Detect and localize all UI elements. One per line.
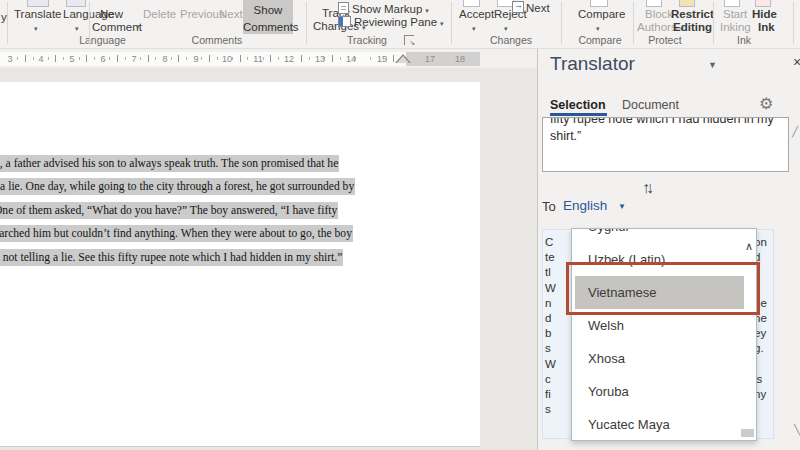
hide-ink-button[interactable]: Hide xyxy=(752,8,777,20)
pane-options-caret-icon[interactable]: ▼ xyxy=(708,60,717,70)
start-inking-button-line2[interactable]: Inking xyxy=(720,21,751,33)
fragment: s xyxy=(545,402,556,417)
new-comment-button[interactable]: New xyxy=(100,8,123,20)
document-line[interactable]: d, a father advised his son to always sp… xyxy=(0,155,339,172)
new-comment-caret-icon[interactable]: ▾ xyxy=(136,23,140,31)
document-line[interactable]: earched him but couldn’t find anything. … xyxy=(0,225,353,242)
group-label-tracking: Tracking xyxy=(337,34,397,46)
fragment: d xyxy=(545,311,556,326)
dropdown-scrollbar-thumb[interactable] xyxy=(741,429,754,437)
gear-icon[interactable]: ⚙ xyxy=(759,94,773,113)
accept-button[interactable]: Accept xyxy=(459,8,494,20)
show-comments-button[interactable]: Show Comments xyxy=(243,0,293,34)
document-page[interactable]: d, a father advised his son to always sp… xyxy=(0,82,480,447)
reviewing-pane-caret-icon: ▾ xyxy=(440,20,444,27)
show-markup-button[interactable]: Show Markup▾ xyxy=(352,3,429,15)
group-separator xyxy=(451,2,452,44)
translate-caret-icon[interactable]: ▾ xyxy=(34,25,38,33)
group-separator xyxy=(89,2,90,44)
compare-button[interactable]: Compare xyxy=(578,8,625,20)
ruler-number: 8 xyxy=(162,54,167,64)
accept-icon xyxy=(463,0,480,7)
ruler-number: 12 xyxy=(284,54,294,64)
accept-caret-icon[interactable]: ▾ xyxy=(472,25,476,33)
ruler-number: 13 xyxy=(315,54,325,64)
source-text-box[interactable]: fifty rupee note which I had hidden in m… xyxy=(542,117,789,172)
pane-close-icon[interactable]: × xyxy=(793,54,800,70)
ruler-number: 14 xyxy=(346,54,356,64)
reject-caret-icon[interactable]: ▾ xyxy=(504,25,508,33)
show-comments-label-line2: Comments xyxy=(243,21,293,34)
tracking-dialog-launcher[interactable]: ↘ xyxy=(404,35,414,45)
delete-comment-button[interactable]: Delete xyxy=(143,8,176,20)
group-separator xyxy=(793,2,794,44)
ribbon-review-tab: y Translate ▾ Language ▾ Language New Co… xyxy=(0,0,800,49)
hide-ink-icon xyxy=(755,0,771,7)
group-label-ink: Ink xyxy=(714,34,774,46)
compare-caret-icon[interactable]: ▾ xyxy=(596,25,600,33)
translate-icon xyxy=(27,0,49,7)
dropdown-item-yucatec-maya[interactable]: Yucatec Maya xyxy=(575,408,744,441)
pane-title: Translator xyxy=(550,53,635,75)
source-audio-icon[interactable]: ╱ xyxy=(792,126,798,137)
show-markup-caret-icon: ▾ xyxy=(425,7,429,14)
start-inking-button[interactable]: Start xyxy=(723,8,747,20)
ruler-number: 9 xyxy=(193,54,198,64)
restrict-editing-icon xyxy=(679,0,695,7)
document-line[interactable]: l a lie. One day, while going to the cit… xyxy=(0,178,355,195)
next-change-icon: → xyxy=(512,1,524,13)
pane-scrollbar-mark-icon: ╲ xyxy=(794,424,800,435)
show-comments-label-line1: Show xyxy=(243,4,293,17)
source-text-line1: fifty rupee note which I had hidden in m… xyxy=(550,117,781,128)
to-language-caret-icon[interactable]: ▼ xyxy=(618,202,626,211)
clipped-left-button-label: y xyxy=(1,11,7,23)
fragment: c xyxy=(545,372,556,387)
fragment: s xyxy=(545,341,556,356)
document-line[interactable]: n not telling a lie. See this fifty rupe… xyxy=(0,249,343,266)
active-tab-underline xyxy=(550,113,607,116)
dropdown-scroll-up-icon[interactable]: ∧ xyxy=(745,240,753,253)
translate-button[interactable]: Translate xyxy=(14,8,62,20)
dropdown-item-xhosa[interactable]: Xhosa xyxy=(575,342,744,375)
group-separator xyxy=(306,2,307,44)
tab-document[interactable]: Document xyxy=(622,98,679,112)
fragment: tl xyxy=(545,265,556,280)
source-text-line2: shirt.” xyxy=(550,128,781,145)
dropdown-item-uyghur[interactable]: Uyghur xyxy=(575,228,744,243)
fragment: fi xyxy=(545,387,556,402)
translation-text-fragments-left: C te tl W n d b s W c fi s xyxy=(545,235,556,417)
tab-selection[interactable]: Selection xyxy=(550,98,606,112)
to-label: To xyxy=(542,199,556,214)
next-change-button[interactable]: Next xyxy=(526,2,550,14)
restrict-editing-button[interactable]: Restrict xyxy=(671,8,714,20)
ruler-number: 6 xyxy=(100,54,105,64)
document-line[interactable]: One of them asked, “What do you have?” T… xyxy=(0,202,338,219)
launcher-arrow-icon: ↘ xyxy=(409,39,415,47)
new-comment-button-line2[interactable]: Comment xyxy=(92,21,142,33)
group-label-compare: Compare xyxy=(570,34,630,46)
ruler-number: 7 xyxy=(131,54,136,64)
hide-ink-button-line2[interactable]: Ink xyxy=(758,21,775,33)
swap-languages-icon[interactable]: ↑↓ xyxy=(642,179,650,197)
translator-pane: Translator ▼ × Selection Document ⚙ fift… xyxy=(537,48,800,450)
group-label-language: Language xyxy=(75,34,130,46)
show-markup-icon xyxy=(338,2,349,14)
next-comment-button[interactable]: Next xyxy=(219,8,243,20)
reviewing-pane-button[interactable]: Reviewing Pane▾ xyxy=(354,16,444,28)
ruler-margin-area: 17 18 xyxy=(406,52,480,66)
restrict-editing-button-line2[interactable]: Editing xyxy=(673,21,712,33)
language-dropdown-list[interactable]: Uyghur Uzbek (Latin) Vietnamese Welsh Xh… xyxy=(571,228,757,441)
fragment: b xyxy=(545,326,556,341)
language-icon xyxy=(66,0,86,7)
fragment: W xyxy=(545,357,556,372)
block-authors-button[interactable]: Block xyxy=(645,8,673,20)
group-separator xyxy=(633,2,634,44)
horizontal-ruler[interactable]: 3 4 5 6 7 8 9 10 11 12 13 14 15 17 18 xyxy=(0,48,537,68)
document-selected-text[interactable]: d, a father advised his son to always sp… xyxy=(0,152,423,269)
dropdown-item-yoruba[interactable]: Yoruba xyxy=(575,375,744,408)
group-label-protect: Protect xyxy=(635,34,695,46)
group-separator xyxy=(561,2,562,44)
ruler-number: 17 xyxy=(425,54,435,64)
language-caret-icon[interactable]: ▾ xyxy=(75,25,79,33)
to-language-dropdown[interactable]: English xyxy=(563,198,607,213)
